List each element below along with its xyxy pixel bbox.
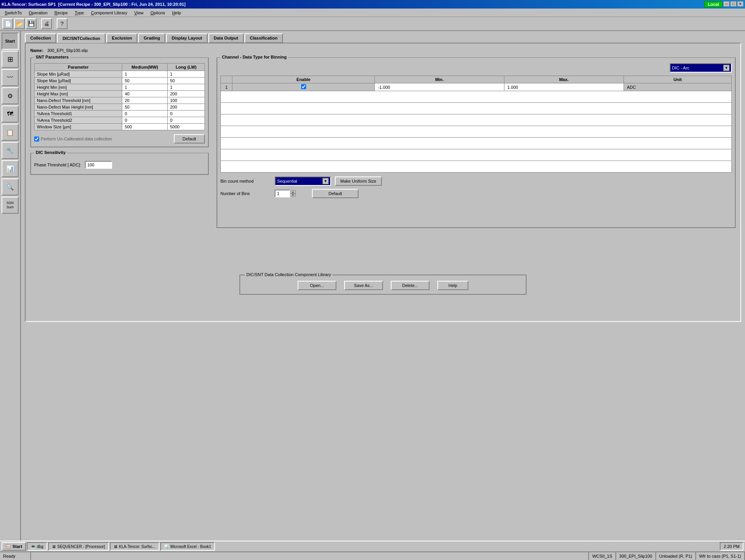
snt-long-5[interactable]: 200 [168,104,205,111]
snt-long-2[interactable]: 1 [168,84,205,91]
ch-enable-1[interactable] [232,83,375,91]
snt-medium-1[interactable]: 50 [122,78,168,84]
snt-section: SNT Parameters Parameter Medium(MW) Long… [30,57,209,228]
table-row: Window Size [µm] 500 5000 [35,124,205,130]
channel-default-button[interactable]: Default [312,189,359,198]
snt-medium-6[interactable]: 0 [122,111,168,117]
num-bins-input[interactable] [275,190,290,197]
spinner-down-button[interactable]: ▼ [290,194,296,197]
menu-operation[interactable]: Operation [26,10,50,16]
tab-dic-snt-collection[interactable]: DIC/SNTCollection [57,33,106,43]
menu-component-library[interactable]: Component Library [88,10,130,16]
snt-long-4[interactable]: 100 [168,97,205,104]
uncalibrated-checkbox[interactable] [34,137,39,142]
minimize-button[interactable]: ─ [723,1,729,7]
bin-count-row: Bin count method Sequential ▼ Make Unifo… [220,176,732,186]
snt-medium-5[interactable]: 50 [122,104,168,111]
menu-type[interactable]: Type [72,10,87,16]
snt-medium-8[interactable]: 500 [122,124,168,130]
menu-view[interactable]: View [131,10,147,16]
channel-type-dropdown[interactable]: DIC - Arc ▼ [670,63,732,73]
bin-count-label: Bin count method [220,179,271,183]
snt-param-7: %Area Threshold2 [35,117,122,124]
status-wfr: Wfr to cass (P1, S1-1) [696,552,745,560]
make-uniform-size-button[interactable]: Make Uniform Size [335,176,382,186]
snt-long-7[interactable]: 0 [168,117,205,124]
toolbar-save-button[interactable]: 💾 [26,18,36,29]
taskbar-item-dbg[interactable]: 💻 dbg [27,542,47,551]
library-save-as-button[interactable]: Save As... [344,281,383,290]
library-delete-button[interactable]: Delete... [391,281,430,290]
ch-col-unit: Unit [624,76,731,83]
ch-enable-checkbox-1[interactable] [301,84,306,89]
snt-long-3[interactable]: 200 [168,91,205,97]
phase-threshold-input[interactable] [85,161,112,169]
library-group-box: DIC/SNT Data Collection Component Librar… [239,275,527,295]
name-row: Name: 300_EPI_Slip100.slip [30,48,736,53]
tab-collection[interactable]: Collection [25,33,56,43]
snt-medium-4[interactable]: 20 [122,97,168,104]
maximize-button[interactable]: □ [730,1,736,7]
tab-data-output[interactable]: Data Output [208,33,244,43]
tab-exclusion[interactable]: Exclusion [106,33,137,43]
toolbar-print-button[interactable]: 🖨 [41,18,52,29]
menu-switchto[interactable]: SwitchTo [2,10,25,16]
toolbar-new-button[interactable]: 📄 [2,18,13,29]
snt-long-6[interactable]: 0 [168,111,205,117]
library-open-button[interactable]: Open... [298,281,336,290]
spinner-up-button[interactable]: ▲ [290,190,296,194]
sidebar-item-doc[interactable]: 📋 [2,124,19,141]
snt-medium-7[interactable]: 0 [122,117,168,124]
status-wcsii: WCSII_1S [589,552,616,560]
sidebar-item-scan[interactable]: 🔍 [2,178,19,195]
taskbar-item-kla[interactable]: 🖥 KLA-Tencor: Surfsc... [110,542,159,551]
tab-classification[interactable]: Classification [244,33,283,43]
sidebar-item-gear[interactable]: ⚙ [2,87,19,104]
menu-recipe[interactable]: Recipe [51,10,71,16]
sidebar-item-start[interactable]: Start [2,33,19,50]
sidebar-item-tool[interactable]: 🔧 [2,142,19,159]
bin-count-dropdown[interactable]: Sequential ▼ [275,176,331,186]
main-content-row: SNT Parameters Parameter Medium(MW) Long… [30,57,736,228]
snt-medium-3[interactable]: 40 [122,91,168,97]
sidebar-item-grid[interactable]: ⊞ [2,51,19,68]
title-bar-right: Local ─ □ ✕ [704,1,743,7]
close-button[interactable]: ✕ [737,1,743,7]
spinner-buttons: ▲ ▼ [290,190,296,197]
channel-group-box: Channel - Data Type for Binning DIC - Ar… [217,57,736,228]
sidebar-item-ssn[interactable]: SSNSum [2,197,19,214]
num-bins-row: Number of Bins ▲ ▼ Default [220,189,732,198]
name-label: Name: [30,48,43,53]
library-help-button[interactable]: Help [437,281,468,290]
num-bins-spinner[interactable]: ▲ ▼ [275,190,296,197]
ch-max-1[interactable]: 1.000 [504,83,624,91]
snt-medium-0[interactable]: 1 [122,71,168,78]
sidebar-item-chart[interactable]: 📊 [2,160,19,177]
toolbar-help-button[interactable]: ? [57,18,68,29]
menu-help[interactable]: Help [169,10,184,16]
taskbar-item-excel[interactable]: 📊 Microsoft Excel - Book1 [160,542,215,551]
bin-controls: Bin count method Sequential ▼ Make Unifo… [220,176,732,198]
channel-group-title: Channel - Data Type for Binning [220,55,288,59]
snt-long-1[interactable]: 50 [168,78,205,84]
sidebar-item-wave[interactable]: 〰 [2,69,19,86]
snt-medium-2[interactable]: 1 [122,84,168,91]
snt-long-8[interactable]: 5000 [168,124,205,130]
snt-default-button[interactable]: Default [174,134,205,143]
ch-min-1[interactable]: -1.000 [375,83,504,91]
snt-col-medium: Medium(MW) [122,64,168,71]
snt-long-0[interactable]: 1 [168,71,205,78]
tab-display-layout[interactable]: Display Layout [166,33,207,43]
toolbar-open-button[interactable]: 📂 [14,18,25,29]
start-button[interactable]: 🪟 Start [2,542,26,551]
uncalibrated-label: Perform Un-Calibrated data collection [41,137,112,141]
taskbar-item-sequencer[interactable]: 🖥 SEQUENCER - [Processor] [48,542,109,551]
snt-param-2: Height Min [nm] [35,84,122,91]
bin-dropdown-arrow-icon: ▼ [322,178,329,184]
table-row: Slope Min [µRad] 1 1 [35,71,205,78]
sidebar-item-map[interactable]: 🗺 [2,105,19,123]
tab-grading[interactable]: Grading [138,33,165,43]
menu-options[interactable]: Options [147,10,168,16]
title-recipe: [Current Recipe - 300_EPI_Slip100 : Fri,… [58,2,185,7]
wave-icon: 〰 [7,74,13,81]
